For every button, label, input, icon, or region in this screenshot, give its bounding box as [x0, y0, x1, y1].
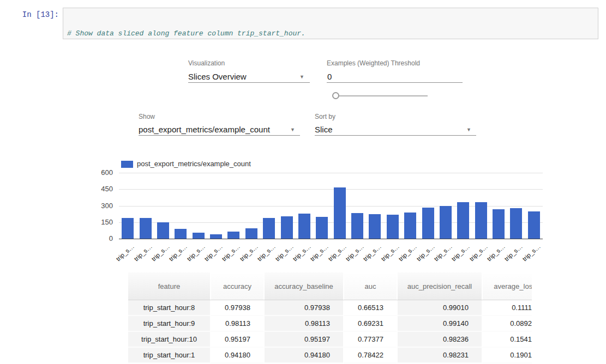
- bar[interactable]: [528, 211, 540, 239]
- feature-cell: trip_start_hour:10: [128, 332, 210, 348]
- chevron-down-icon[interactable]: ▼: [466, 128, 471, 132]
- metric-cell: 0.94180: [210, 348, 263, 363]
- metric-cell: 0.1111: [482, 300, 532, 316]
- feature-cell: trip_start_hour:8: [128, 300, 210, 316]
- y-axis-tick: 150: [89, 218, 113, 226]
- threshold-input[interactable]: 0: [327, 72, 332, 81]
- metric-cell: 0.1901: [482, 348, 532, 363]
- dropdown-underline: [315, 135, 476, 136]
- cell-prompt: In [13]:: [0, 10, 59, 19]
- metric-cell: 0.77377: [343, 332, 397, 348]
- bar[interactable]: [457, 202, 469, 239]
- dropdown-underline: [188, 82, 310, 83]
- metric-cell: 0.97938: [263, 300, 343, 316]
- table-row[interactable]: trip_start_hour:10.941800.941800.784220.…: [128, 348, 532, 363]
- bar[interactable]: [422, 208, 434, 239]
- bar[interactable]: [475, 202, 487, 239]
- threshold-label: Examples (Weighted) Threshold: [327, 59, 420, 67]
- metrics-table: featureaccuracyaccuracy_baselineaucauc_p…: [128, 272, 532, 364]
- metric-cell: 0.95197: [210, 332, 263, 348]
- metric-cell: 0.69231: [343, 316, 397, 332]
- metric-cell: 0.98113: [263, 316, 343, 332]
- metric-cell: 0.1541: [482, 332, 532, 348]
- visualization-label: Visualization: [188, 59, 225, 67]
- table-header-row: featureaccuracyaccuracy_baselineaucauc_p…: [128, 272, 532, 300]
- gridline: [119, 173, 543, 173]
- show-metric-dropdown[interactable]: post_export_metrics/example_count: [139, 125, 270, 134]
- input-underline: [327, 82, 463, 83]
- bar[interactable]: [493, 209, 505, 239]
- threshold-slider-handle[interactable]: [332, 92, 339, 99]
- bar[interactable]: [404, 213, 416, 239]
- sort-by-dropdown[interactable]: Slice: [315, 125, 333, 134]
- threshold-slider-track[interactable]: [336, 95, 428, 96]
- notebook-output-area: In [13]: # Show data sliced along featur…: [0, 0, 606, 364]
- table-row[interactable]: trip_start_hour:80.979380.979380.665130.…: [128, 300, 532, 316]
- metric-cell: 0.94180: [263, 348, 343, 363]
- bar[interactable]: [175, 229, 187, 239]
- bar[interactable]: [316, 217, 328, 239]
- metric-cell: 0.98236: [397, 332, 482, 348]
- feature-cell: trip_start_hour:9: [128, 316, 210, 332]
- column-header-average_loss[interactable]: average_loss: [482, 272, 532, 300]
- bar[interactable]: [334, 187, 346, 239]
- visualization-dropdown[interactable]: Slices Overview: [188, 72, 247, 81]
- y-axis-tick: 600: [89, 168, 113, 177]
- metric-cell: 0.78422: [343, 348, 397, 363]
- bar[interactable]: [140, 218, 152, 239]
- code-comment: # Show data sliced along feature column …: [67, 29, 305, 38]
- bar[interactable]: [263, 218, 275, 239]
- show-label: Show: [139, 113, 155, 120]
- metrics-table-inner: featureaccuracyaccuracy_baselineaucauc_p…: [128, 272, 532, 363]
- metric-cell: 0.99010: [397, 300, 482, 316]
- column-header-accuracy_baseline[interactable]: accuracy_baseline: [263, 272, 343, 300]
- feature-cell: trip_start_hour:1: [128, 348, 210, 363]
- bar[interactable]: [157, 222, 169, 239]
- dropdown-underline: [139, 135, 300, 136]
- chevron-down-icon[interactable]: ▼: [290, 128, 295, 132]
- bar[interactable]: [122, 218, 134, 239]
- x-axis-line: [119, 239, 543, 239]
- bar[interactable]: [351, 213, 363, 239]
- table-row[interactable]: trip_start_hour:90.981130.981130.692310.…: [128, 316, 532, 332]
- column-header-auc[interactable]: auc: [343, 272, 397, 300]
- gridline: [119, 189, 543, 190]
- bar[interactable]: [281, 216, 293, 239]
- code-line: # Show data sliced along feature column …: [67, 29, 594, 39]
- table-row[interactable]: trip_start_hour:100.951970.951970.773770…: [128, 332, 532, 348]
- bar[interactable]: [227, 232, 239, 239]
- bar[interactable]: [193, 233, 205, 239]
- metric-cell: 0.97938: [210, 300, 263, 316]
- y-axis-tick: 300: [89, 202, 113, 210]
- bar[interactable]: [510, 208, 522, 239]
- column-header-feature[interactable]: feature: [128, 272, 210, 300]
- metric-cell: 0.0892: [482, 316, 532, 332]
- y-axis-tick: 0: [89, 234, 113, 242]
- metric-cell: 0.98231: [397, 348, 482, 363]
- y-axis-tick: 450: [89, 185, 113, 193]
- column-header-accuracy[interactable]: accuracy: [210, 272, 263, 300]
- chevron-down-icon[interactable]: ▼: [299, 75, 304, 80]
- bar[interactable]: [440, 206, 452, 239]
- column-header-auc_precision_recall[interactable]: auc_precision_recall: [397, 272, 482, 300]
- metric-cell: 0.95197: [263, 332, 343, 348]
- bar[interactable]: [298, 214, 310, 239]
- legend-swatch: [121, 161, 133, 168]
- bar[interactable]: [369, 214, 381, 239]
- sort-by-label: Sort by: [315, 113, 335, 120]
- legend-label: post_export_metrics/example_count: [137, 160, 251, 168]
- metric-cell: 0.66513: [343, 300, 397, 316]
- bar[interactable]: [245, 228, 257, 239]
- bar[interactable]: [387, 215, 399, 239]
- metric-cell: 0.99140: [397, 316, 482, 332]
- bar[interactable]: [210, 234, 222, 239]
- metric-cell: 0.98113: [210, 316, 263, 332]
- code-cell-editor[interactable]: # Show data sliced along feature column …: [63, 8, 598, 39]
